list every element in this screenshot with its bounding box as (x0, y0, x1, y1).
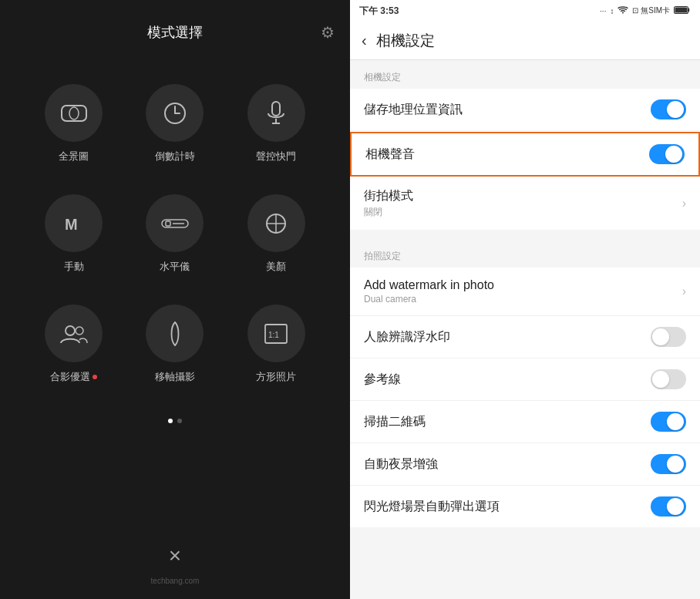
mode-select-title: 模式選擇 (147, 23, 203, 42)
mode-item-group-photo[interactable]: 合影優選 (23, 293, 124, 395)
toggle-qrcode[interactable] (651, 412, 686, 432)
svg-point-15 (66, 326, 75, 335)
page-title: 相機設定 (376, 31, 435, 51)
close-button[interactable]: × (169, 543, 181, 568)
pagination-dot-2 (177, 419, 182, 423)
setting-sublabel-watermark: Dual camera (364, 294, 494, 305)
setting-item-shutter-sound[interactable]: 相機聲音 (350, 132, 700, 177)
mode-icon-panorama (45, 84, 103, 142)
mode-icon-tilt-shift (146, 305, 204, 362)
toggle-thumb-geo (667, 101, 684, 118)
mode-item-voice-shutter[interactable]: 聲控快門 (226, 72, 327, 175)
left-panel: 模式選擇 ⚙ 全景圖 倒數計時 (0, 0, 350, 599)
red-dot-group (93, 375, 97, 379)
toggle-geo[interactable] (651, 99, 686, 119)
mode-icon-beauty (247, 194, 305, 252)
mode-item-beauty[interactable]: 美顏 (226, 183, 327, 285)
chevron-right-watermark: › (682, 284, 686, 298)
wifi-icon (618, 5, 628, 16)
mode-item-panorama[interactable]: 全景圖 (23, 72, 124, 175)
setting-label-group-watermark: Add watermark in photo Dual camera (364, 278, 494, 305)
setting-item-face-watermark[interactable]: 人臉辨識浮水印 (350, 316, 700, 358)
toggle-thumb-night (667, 456, 684, 473)
toggle-flash[interactable] (651, 496, 686, 517)
setting-item-watermark[interactable]: Add watermark in photo Dual camera › (350, 268, 700, 316)
setting-item-grid[interactable]: 參考線 (350, 358, 700, 401)
svg-rect-5 (272, 102, 280, 116)
mode-icon-square: 1:1 (247, 305, 305, 362)
setting-item-qrcode[interactable]: 掃描二維碼 (350, 401, 700, 443)
section-header-camera: 相機設定 (350, 60, 700, 89)
svg-point-1 (69, 107, 79, 119)
setting-label-shutter-sound: 相機聲音 (365, 146, 415, 163)
mode-icon-group-photo (45, 305, 103, 362)
mode-item-countdown[interactable]: 倒數計時 (124, 72, 225, 175)
toggle-thumb-qrcode (667, 413, 684, 430)
setting-item-flash[interactable]: 閃光燈場景自動彈出選項 (350, 486, 700, 527)
svg-rect-0 (62, 106, 86, 121)
top-bar: ‹ 相機設定 (350, 22, 700, 60)
toggle-night[interactable] (651, 454, 686, 474)
back-button[interactable]: ‹ (362, 32, 367, 49)
battery-icon (674, 5, 691, 16)
mode-label-square: 方形照片 (256, 370, 296, 384)
toggle-grid[interactable] (651, 369, 686, 389)
svg-rect-20 (675, 8, 688, 13)
setting-label-geo: 儲存地理位置資訊 (364, 102, 463, 118)
setting-item-geo[interactable]: 儲存地理位置資訊 (350, 89, 700, 131)
settings-group-photo: Add watermark in photo Dual camera › 人臉辨… (350, 268, 700, 527)
mode-icon-manual: M (45, 194, 103, 252)
setting-item-street-mode[interactable]: 街拍模式 關閉 › (350, 177, 700, 230)
setting-label-group-street: 街拍模式 關閉 (364, 188, 413, 219)
setting-label-watermark: Add watermark in photo (364, 278, 494, 292)
status-icons: ··· ↕ ⊡ 無SIM卡 (600, 5, 691, 16)
toggle-shutter-sound[interactable] (649, 144, 685, 164)
settings-content: 相機設定 儲存地理位置資訊 相機聲音 街拍模式 關閉 (350, 60, 700, 599)
left-header: 模式選擇 ⚙ (0, 0, 350, 57)
direction-icon: ↕ (610, 7, 614, 15)
section-header-photo: 拍照設定 (350, 239, 700, 268)
setting-label-qrcode: 掃描二維碼 (364, 414, 426, 430)
mode-icon-countdown (146, 84, 204, 142)
mode-item-tilt-shift[interactable]: 移軸攝影 (124, 293, 225, 395)
toggle-thumb-grid (652, 371, 669, 388)
setting-label-flash: 閃光燈場景自動彈出選項 (364, 499, 500, 515)
svg-text:1:1: 1:1 (268, 331, 279, 339)
svg-text:M: M (65, 216, 78, 233)
spacer-1 (350, 230, 700, 239)
mode-grid: 全景圖 倒數計時 聲控快門 (0, 57, 350, 411)
mode-label-level: 水平儀 (160, 260, 190, 274)
mode-label-panorama: 全景圖 (59, 150, 89, 163)
setting-item-night[interactable]: 自動夜景增強 (350, 443, 700, 486)
settings-group-camera: 儲存地理位置資訊 相機聲音 街拍模式 關閉 › (350, 89, 700, 230)
pagination-dot-1 (168, 419, 173, 423)
setting-label-night: 自動夜景增強 (364, 456, 438, 473)
toggle-thumb-face-watermark (652, 328, 669, 345)
mode-item-manual[interactable]: M 手動 (23, 183, 124, 285)
status-bar: 下午 3:53 ··· ↕ ⊡ 無SIM卡 (350, 0, 700, 22)
svg-rect-10 (166, 221, 170, 226)
watermark-text: techbang.com (151, 577, 200, 585)
status-time: 下午 3:53 (359, 5, 399, 18)
mode-label-manual: 手動 (64, 260, 84, 274)
gear-icon[interactable]: ⚙ (321, 23, 335, 42)
setting-sublabel-street-mode: 關閉 (364, 206, 413, 219)
chevron-right-street-mode: › (682, 197, 686, 210)
setting-label-grid: 參考線 (364, 372, 401, 388)
toggle-face-watermark[interactable] (651, 327, 686, 347)
mode-label-tilt-shift: 移軸攝影 (155, 370, 195, 384)
mode-label-beauty: 美顏 (266, 260, 286, 274)
toggle-thumb-shutter-sound (665, 146, 682, 163)
mode-item-level[interactable]: 水平儀 (124, 183, 225, 285)
mode-label-group-photo: 合影優選 (50, 370, 97, 384)
sim-icon: ⊡ 無SIM卡 (632, 5, 670, 16)
mode-item-square[interactable]: 1:1 方形照片 (226, 293, 327, 395)
setting-label-street-mode: 街拍模式 (364, 188, 413, 204)
pagination-dots (168, 419, 182, 423)
mode-icon-level (146, 194, 204, 252)
setting-label-face-watermark: 人臉辨識浮水印 (364, 329, 450, 345)
toggle-thumb-flash (667, 498, 684, 515)
mode-icon-voice-shutter (247, 84, 305, 142)
mode-label-countdown: 倒數計時 (155, 150, 195, 163)
svg-point-16 (76, 327, 83, 335)
